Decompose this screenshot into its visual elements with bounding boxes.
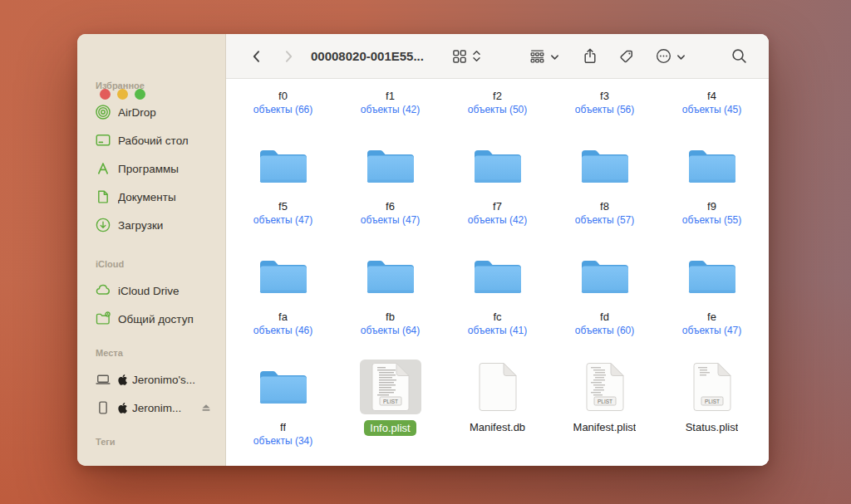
laptop-icon — [96, 372, 111, 387]
sidebar-item-airdrop[interactable]: AirDrop — [92, 98, 217, 126]
file-name: fb — [386, 310, 395, 324]
search-button[interactable] — [731, 48, 747, 64]
folder-icon — [355, 253, 426, 300]
db-file-icon — [467, 360, 529, 414]
main-area: 00008020-001E55... — [226, 34, 769, 466]
folder-item[interactable]: fd объекты (60) — [551, 246, 658, 356]
sidebar-item-device[interactable]: Jeronim... — [92, 394, 217, 422]
file-name-selected: Info.plist — [364, 420, 416, 436]
applications-icon — [96, 161, 111, 176]
plist-file-icon — [360, 360, 421, 414]
forward-button[interactable] — [281, 49, 296, 64]
file-item[interactable]: Status.plist — [658, 356, 765, 466]
item-count[interactable]: объекты (47) — [253, 214, 313, 227]
folder-item[interactable]: f4 объекты (45) — [658, 80, 765, 135]
folder-icon — [462, 143, 534, 189]
sidebar-item-label: Рабочий стол — [118, 135, 189, 147]
folder-item[interactable]: f1 объекты (42) — [337, 80, 444, 135]
folder-icon — [462, 253, 534, 300]
file-name: f4 — [707, 89, 716, 103]
file-name: fe — [707, 310, 716, 324]
sidebar-item-label: Jeronim... — [132, 402, 181, 414]
back-button[interactable] — [249, 49, 264, 64]
view-stepper[interactable] — [472, 50, 481, 62]
file-item[interactable]: Manifest.db — [444, 356, 551, 466]
folder-icon — [676, 143, 748, 189]
icon-grid: f0 объекты (66) f1 объекты (42) f2 объек… — [226, 80, 769, 466]
file-name: f3 — [600, 89, 609, 103]
more-button[interactable] — [656, 48, 671, 64]
sidebar-list: Избранное AirDrop Рабочий стол — [77, 79, 225, 466]
item-count[interactable]: объекты (57) — [575, 214, 635, 227]
item-count[interactable]: объекты (42) — [361, 104, 421, 116]
item-count[interactable]: объекты (66) — [253, 104, 313, 116]
folder-item[interactable]: f8 объекты (57) — [551, 135, 658, 246]
shared-folder-icon — [96, 311, 111, 326]
file-name: f6 — [386, 199, 395, 213]
file-item[interactable]: Manifest.plist — [551, 356, 658, 466]
sidebar-item-label: Jeronimo's... — [132, 374, 195, 386]
file-name: f9 — [707, 199, 716, 213]
file-item-selected[interactable]: Info.plist — [337, 356, 444, 466]
folder-icon — [569, 143, 641, 189]
group-by-button[interactable] — [529, 49, 545, 63]
folder-item[interactable]: fa объекты (46) — [229, 246, 337, 356]
sidebar-item-downloads[interactable]: Загрузки — [92, 211, 217, 239]
sidebar-item-shared[interactable]: Общий доступ — [92, 305, 217, 333]
tag-button[interactable] — [619, 49, 634, 64]
eject-button[interactable] — [200, 402, 212, 413]
folder-item[interactable]: fc объекты (41) — [444, 246, 551, 356]
item-count[interactable]: объекты (46) — [253, 325, 313, 337]
window-title: 00008020-001E55... — [311, 49, 424, 63]
folder-item[interactable]: f3 объекты (56) — [551, 80, 658, 135]
item-count[interactable]: объекты (41) — [468, 325, 528, 337]
file-name: Manifest.plist — [573, 420, 637, 434]
folder-item[interactable]: f7 объекты (42) — [444, 135, 551, 246]
folder-icon — [248, 253, 319, 300]
item-count[interactable]: объекты (56) — [575, 104, 635, 116]
sidebar-item-label: Загрузки — [118, 219, 163, 232]
sidebar-item-applications[interactable]: Программы — [92, 154, 217, 183]
folder-item[interactable]: f0 объекты (66) — [229, 80, 337, 135]
item-count[interactable]: объекты (42) — [468, 214, 528, 227]
sidebar-item-documents[interactable]: Документы — [92, 183, 217, 211]
file-name: fc — [493, 310, 501, 324]
folder-item[interactable]: fb объекты (64) — [337, 246, 444, 356]
folder-item[interactable]: fe объекты (47) — [658, 246, 765, 356]
apple-logo-icon — [118, 374, 127, 385]
item-count[interactable]: объекты (45) — [682, 104, 742, 116]
folder-icon — [676, 253, 748, 300]
downloads-icon — [96, 218, 111, 232]
desktop-icon — [96, 133, 111, 148]
share-button[interactable] — [583, 48, 598, 64]
folder-item[interactable]: ff объекты (34) — [229, 356, 337, 466]
file-name: fa — [278, 310, 288, 324]
item-count[interactable]: объекты (64) — [361, 325, 421, 337]
file-name: ff — [280, 420, 286, 434]
cloud-icon — [96, 283, 111, 298]
item-count[interactable]: объекты (47) — [682, 325, 742, 337]
item-count[interactable]: объекты (55) — [682, 214, 742, 227]
folder-item[interactable]: f5 объекты (47) — [229, 135, 337, 246]
item-count[interactable]: объекты (34) — [253, 435, 313, 448]
file-name: f1 — [386, 89, 395, 103]
sidebar-item-desktop[interactable]: Рабочий стол — [92, 126, 217, 154]
folder-item[interactable]: f2 объекты (50) — [444, 80, 551, 135]
icon-view-button[interactable] — [452, 49, 467, 64]
item-count[interactable]: объекты (47) — [361, 214, 421, 227]
sidebar-item-mac[interactable]: Jeronimo's... — [92, 365, 217, 394]
file-browser: f0 объекты (66) f1 объекты (42) f2 объек… — [226, 80, 769, 466]
plist-file-icon — [574, 360, 636, 414]
apple-logo-icon — [118, 403, 127, 413]
sidebar-item-label: Общий доступ — [118, 313, 194, 325]
folder-item[interactable]: f9 объекты (55) — [658, 135, 765, 246]
folder-icon — [355, 143, 426, 189]
file-name: fd — [600, 310, 609, 324]
folder-icon — [569, 253, 641, 300]
sidebar-section-tags: Теги — [92, 435, 217, 448]
sidebar-item-icloud-drive[interactable]: iCloud Drive — [92, 276, 217, 305]
item-count[interactable]: объекты (50) — [468, 104, 528, 116]
file-name: f0 — [278, 89, 288, 103]
item-count[interactable]: объекты (60) — [575, 325, 635, 337]
folder-item[interactable]: f6 объекты (47) — [337, 135, 444, 246]
